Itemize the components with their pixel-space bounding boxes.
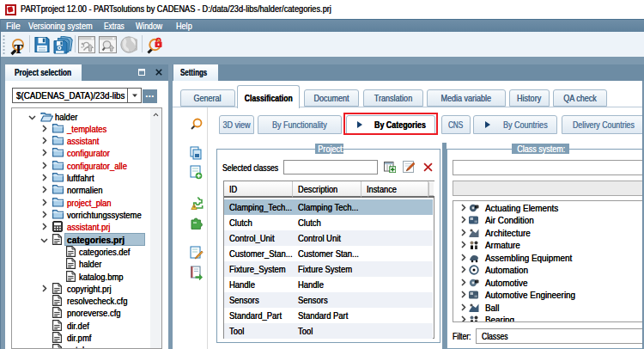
svg-text:T: T — [14, 42, 22, 56]
